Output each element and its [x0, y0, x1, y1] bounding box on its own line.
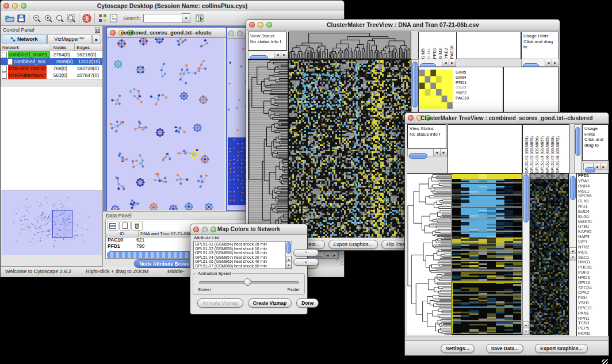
gene-list-scrollbar[interactable]: ▲ ▼: [569, 173, 577, 337]
attribute-list-scrollbar[interactable]: ▲ ▼: [285, 242, 292, 269]
scroll-left-icon[interactable]: ◀: [324, 252, 331, 259]
treeview-action-button[interactable]: Export Graphics...: [328, 240, 378, 249]
col-header-network[interactable]: Network: [1, 44, 51, 51]
close-button[interactable]: [3, 3, 9, 9]
done-button[interactable]: Done: [296, 298, 319, 308]
scrollbar-thumb[interactable]: [409, 153, 427, 159]
scroll-right-icon[interactable]: ▶: [331, 252, 338, 259]
column-label[interactable]: GIM5: [420, 48, 426, 59]
scroll-right-icon[interactable]: ▶: [600, 163, 607, 170]
view-status-scrollbar[interactable]: ◀ ▶: [248, 51, 288, 59]
scroll-left-icon[interactable]: ◀: [274, 51, 281, 58]
heatmap-matrix[interactable]: [288, 59, 411, 239]
close-button[interactable]: [110, 30, 116, 36]
node-attribute-browser-tab[interactable]: Node Attribute Brows: [134, 259, 195, 268]
heatmap-matrix[interactable]: [452, 173, 522, 335]
search-dropdown-button[interactable]: ▼: [182, 13, 190, 23]
help-ring-icon[interactable]: [81, 13, 93, 24]
table-mode-icon[interactable]: [107, 221, 118, 231]
column-dendrogram-panel[interactable]: [447, 124, 522, 174]
network-list-row[interactable]: combined_scores_ 2764(0) 16218(0): [1, 51, 102, 58]
tab-network[interactable]: Network: [2, 35, 47, 44]
search-input[interactable]: [143, 14, 182, 22]
main-title-bar[interactable]: Cytoscape Desktop (Session Name: collins…: [1, 1, 344, 12]
column-label[interactable]: GPL51-04 (GSM857): [540, 136, 545, 173]
save-session-icon[interactable]: [16, 13, 27, 24]
secondary-heatmap[interactable]: [530, 173, 569, 335]
usage-hints-scrollbar[interactable]: ◀ ▶: [583, 163, 607, 170]
move-down-button[interactable]: v: [293, 258, 319, 266]
column-label[interactable]: PFD1: [432, 48, 437, 59]
col-header-edges[interactable]: Edges: [75, 44, 102, 51]
animate-vizmap-button[interactable]: Animate Vizmap: [197, 298, 243, 308]
col-header-nodes[interactable]: Nodes: [51, 44, 75, 51]
scroll-right-icon[interactable]: ▶: [440, 149, 447, 156]
close-button[interactable]: [228, 30, 234, 36]
scroll-down-icon[interactable]: ▼: [569, 254, 576, 260]
scrollbar-thumb[interactable]: [575, 127, 580, 156]
treeview-action-button[interactable]: Save Data...: [486, 344, 524, 353]
delete-attribute-icon[interactable]: [131, 221, 143, 231]
network-list-row[interactable]: RNAPuberNov2+ 563(0) 107847(0): [1, 72, 102, 79]
attribute-list-item[interactable]: GPL51-07 (GSM868) heat shock 60 min: [194, 264, 285, 269]
scroll-right-icon[interactable]: ▶: [552, 59, 559, 66]
row-label[interactable]: PFD1: [456, 80, 469, 85]
treeview2-title-bar[interactable]: ClusterMaker TreeView : combined_scores_…: [405, 113, 609, 124]
row-label[interactable]: GIM3: [456, 85, 469, 90]
column-label[interactable]: GIM4: [426, 48, 431, 59]
row-label[interactable]: YKE2: [456, 90, 469, 95]
row-dendrogram[interactable]: [407, 173, 451, 335]
dialog-title-bar[interactable]: Map Colors to Network: [190, 224, 307, 235]
close-button[interactable]: [193, 227, 199, 232]
column-label[interactable]: GPL51-03 (GSM856): [534, 136, 540, 173]
zoom-fit-icon[interactable]: [66, 13, 77, 24]
attribute-list-item[interactable]: GPL51-06 (GSM865) heat shock 40 min: [194, 259, 285, 264]
scrollbar-thumb[interactable]: [585, 167, 595, 173]
network-list-row[interactable]: DNA and Tran 07 769(0) 183728(0): [1, 65, 102, 72]
create-vizmap-button[interactable]: Create Vizmap: [248, 298, 292, 308]
annotation-icon[interactable]: [108, 13, 120, 24]
row-label[interactable]: PAC10: [456, 95, 469, 101]
scrollbar-thumb[interactable]: [412, 62, 418, 108]
tab-vizmapper[interactable]: VizMapper™: [47, 35, 92, 44]
treeview-action-button[interactable]: Export Graphics...: [535, 344, 587, 353]
usage-hints-scrollbar[interactable]: ◀ ▶: [521, 59, 559, 67]
open-session-icon[interactable]: [4, 13, 16, 24]
scroll-right-icon[interactable]: ▶: [449, 59, 456, 66]
scrollbar-thumb[interactable]: [523, 174, 529, 223]
float-panel-icon[interactable]: [95, 25, 100, 35]
treeview1-title-bar[interactable]: ClusterMaker TreeView : DNA and Tran 07-…: [246, 20, 560, 30]
column-label[interactable]: GPL51-06 (GSM865): [545, 136, 550, 173]
move-up-button[interactable]: ^: [293, 249, 319, 256]
import-table-icon[interactable]: [194, 13, 205, 24]
scroll-down-icon[interactable]: ▼: [523, 328, 529, 335]
close-button[interactable]: [249, 22, 255, 28]
birds-eye-view[interactable]: [2, 190, 102, 255]
tab-overflow-button[interactable]: ▶: [92, 35, 101, 44]
attribute-list-item[interactable]: GPL51-04 (GSM857) heat shock 20 min: [194, 255, 285, 260]
scroll-left-icon[interactable]: ◀: [545, 59, 552, 66]
matrix-v-scrollbar[interactable]: ▲ ▼: [522, 173, 530, 335]
column-dendrogram[interactable]: [288, 32, 411, 59]
attribute-list[interactable]: GPL51-01 (GSM854) heat shock 05 minGPL51…: [193, 241, 292, 269]
zoom-in-icon[interactable]: [43, 13, 54, 24]
attribute-list-item[interactable]: GPL51-02 (GSM855) heat shock 10 min: [194, 247, 285, 251]
vizmapper-icon[interactable]: [97, 13, 108, 24]
row-label[interactable]: GIM5: [456, 70, 469, 75]
column-label[interactable]: YKE2: [443, 48, 449, 59]
network-view-1[interactable]: [107, 38, 224, 210]
row-label[interactable]: GIM4: [456, 75, 469, 80]
scrollbar-thumb[interactable]: [570, 176, 576, 200]
scroll-left-icon[interactable]: ◀: [442, 59, 449, 66]
column-label[interactable]: PAC10: [449, 45, 454, 59]
similarity-submatrix[interactable]: [419, 70, 453, 109]
animation-slider-thumb[interactable]: [244, 278, 251, 286]
scroll-right-icon[interactable]: ▶: [281, 51, 288, 58]
network-list-row[interactable]: combined_sco 2569(6) 13112(15): [1, 58, 102, 65]
column-label[interactable]: GPL51-01 (GSM854): [524, 136, 529, 173]
network-window-1-title-bar[interactable]: combined_scores_good.txt--cluste...: [107, 28, 226, 38]
column-label[interactable]: GPL51-08 (GSM872): [555, 136, 560, 173]
minimize-button[interactable]: [237, 30, 243, 36]
treeview-action-button[interactable]: Settings...: [441, 344, 475, 353]
row-dendrogram[interactable]: [248, 59, 288, 239]
